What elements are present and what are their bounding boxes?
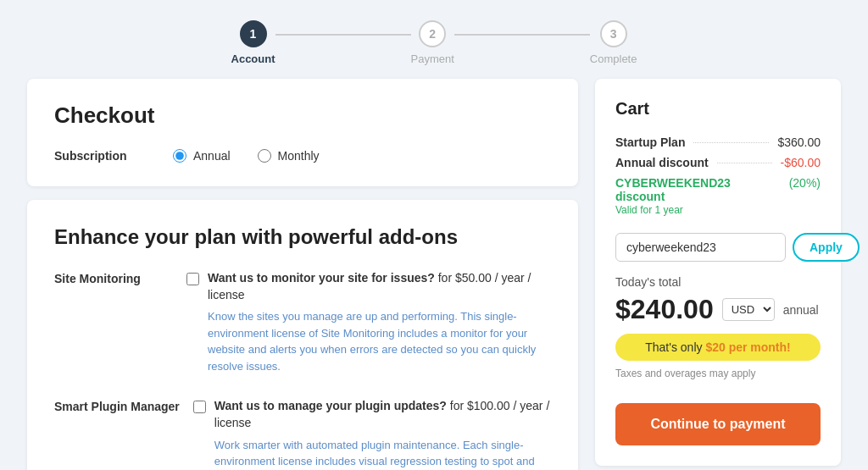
- step-label-complete: Complete: [590, 53, 637, 65]
- radio-annual[interactable]: Annual: [173, 149, 231, 163]
- addon-smart-plugin-details: Want us to manage your plugin updates? f…: [214, 398, 551, 470]
- step-account: 1 Account: [231, 20, 275, 65]
- main-layout: Checkout Subscription Annual Monthly Enh…: [10, 79, 858, 470]
- step-label-payment: Payment: [411, 53, 454, 65]
- cart-line-cyber: CYBERWEEKEND23 discount (20%) Valid for …: [615, 173, 821, 219]
- cart-cyber-value: (20%): [789, 176, 821, 190]
- addon-smart-plugin-content: Want us to manage your plugin updates? f…: [193, 398, 551, 470]
- total-amount: $240.00: [615, 294, 714, 325]
- step-complete[interactable]: 3 Complete: [590, 20, 637, 65]
- cart-startup-dots: [693, 142, 769, 143]
- step-circle-1: 1: [240, 20, 267, 47]
- step-label-account: Account: [231, 53, 275, 65]
- highlight-banner: That's only $20 per month!: [615, 334, 821, 361]
- continue-payment-button[interactable]: Continue to payment: [615, 403, 821, 445]
- cart-cyber-sublabel: Valid for 1 year: [615, 204, 683, 216]
- subscription-label: Subscription: [54, 149, 139, 163]
- cart-line-startup: Startup Plan $360.00: [615, 132, 821, 152]
- radio-monthly-label: Monthly: [278, 149, 320, 163]
- total-row: $240.00 USD EUR GBP annual: [615, 294, 821, 325]
- addon-smart-plugin-desc: Work smarter with automated plugin maint…: [214, 437, 551, 470]
- addon-smart-plugin: Smart Plugin Manager Want us to manage y…: [54, 398, 551, 470]
- addon-site-monitoring-content: Want us to monitor your site for issues?…: [186, 270, 551, 374]
- subscription-radio-group: Annual Monthly: [173, 149, 320, 163]
- radio-monthly[interactable]: Monthly: [258, 149, 320, 163]
- addon-smart-plugin-checkbox[interactable]: [193, 401, 206, 413]
- step-circle-2: 2: [419, 20, 446, 47]
- cart-discount-value: -$60.00: [781, 156, 821, 169]
- addon-site-monitoring-name: Site Monitoring: [54, 270, 173, 374]
- step-payment[interactable]: 2 Payment: [411, 20, 454, 65]
- cart-startup-label: Startup Plan: [615, 135, 685, 149]
- cart-title: Cart: [615, 99, 821, 119]
- cart-cyber-label: CYBERWEEKEND23 discount: [615, 176, 772, 203]
- radio-annual-label: Annual: [193, 149, 231, 163]
- addon-smart-plugin-name: Smart Plugin Manager: [54, 398, 180, 470]
- step-connector-2: [454, 34, 590, 36]
- cart-startup-value: $360.00: [777, 135, 821, 149]
- apply-button[interactable]: Apply: [793, 233, 860, 262]
- left-column: Checkout Subscription Annual Monthly Enh…: [27, 79, 578, 470]
- cart-discount-label: Annual discount: [615, 156, 709, 169]
- stepper: 1 Account 2 Payment 3 Complete: [0, 0, 868, 79]
- addon-smart-plugin-title: Want us to manage your plugin updates? f…: [214, 398, 551, 431]
- cart-line-discount: Annual discount -$60.00: [615, 152, 821, 173]
- currency-select[interactable]: USD EUR GBP: [722, 298, 775, 321]
- addon-site-monitoring-desc: Know the sites you manage are up and per…: [208, 308, 551, 374]
- right-column: Cart Startup Plan $360.00 Annual discoun…: [595, 79, 841, 470]
- checkout-card: Checkout Subscription Annual Monthly: [27, 79, 578, 186]
- addons-title: Enhance your plan with powerful add-ons: [54, 224, 551, 250]
- banner-highlight: $20 per month!: [705, 340, 790, 354]
- coupon-input[interactable]: [615, 233, 786, 262]
- cart-discount-dots: [717, 163, 772, 163]
- today-total-label: Today's total: [615, 275, 821, 289]
- addon-site-monitoring-details: Want us to monitor your site for issues?…: [208, 270, 551, 374]
- addon-site-monitoring: Site Monitoring Want us to monitor your …: [54, 270, 551, 374]
- addons-card: Enhance your plan with powerful add-ons …: [27, 200, 578, 470]
- addon-site-monitoring-title: Want us to monitor your site for issues?…: [208, 270, 551, 303]
- radio-annual-input[interactable]: [173, 149, 186, 163]
- taxes-note: Taxes and overages may apply: [615, 368, 821, 379]
- addon-site-monitoring-checkbox[interactable]: [186, 273, 199, 285]
- radio-monthly-input[interactable]: [258, 149, 271, 163]
- cart-card: Cart Startup Plan $360.00 Annual discoun…: [595, 79, 841, 466]
- checkout-title: Checkout: [54, 102, 551, 129]
- coupon-row: Apply: [615, 233, 821, 262]
- step-circle-3: 3: [600, 20, 627, 47]
- step-connector-1: [275, 34, 411, 36]
- period-label: annual: [783, 303, 819, 317]
- subscription-row: Subscription Annual Monthly: [54, 149, 551, 163]
